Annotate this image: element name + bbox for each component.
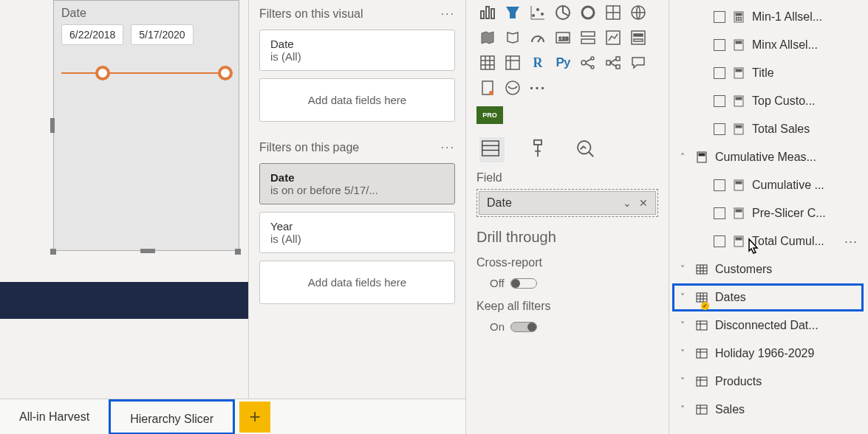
chevron-down-icon[interactable]: ⌄ xyxy=(623,197,632,209)
viz-pie-icon[interactable] xyxy=(552,1,574,24)
resize-handle[interactable] xyxy=(235,249,241,255)
checkbox[interactable] xyxy=(714,123,725,135)
chevron-down-icon[interactable]: ˅ xyxy=(677,320,688,331)
chevron-down-icon[interactable]: ˅ xyxy=(677,264,688,275)
viz-filled-map-icon[interactable] xyxy=(476,27,499,49)
filters-page-header: Filters on this page xyxy=(259,141,359,154)
table-icon xyxy=(696,376,708,388)
field-title[interactable]: Title xyxy=(677,59,864,87)
measure-icon xyxy=(733,207,745,219)
tab-all-in-harvest[interactable]: All-in Harvest xyxy=(0,399,109,435)
viz-map-icon[interactable] xyxy=(627,1,649,24)
filters-page-more-icon[interactable]: ··· xyxy=(441,141,455,154)
checkbox[interactable] xyxy=(714,235,725,247)
viz-key-influencers-icon[interactable] xyxy=(577,52,599,74)
svg-point-5 xyxy=(536,8,539,11)
slider-thumb-left[interactable] xyxy=(95,66,110,80)
table-customers[interactable]: ˅ Customers xyxy=(677,255,864,283)
chevron-down-icon[interactable]: ˅ xyxy=(677,292,688,303)
field-well[interactable]: Date ⌄ ✕ xyxy=(476,189,658,217)
measure-icon xyxy=(696,151,708,163)
viz-gauge-icon[interactable] xyxy=(527,27,549,49)
field-minx[interactable]: Minx Allsel... xyxy=(677,31,864,59)
checkbox[interactable] xyxy=(714,207,725,219)
date-start-input[interactable]: 6/22/2018 xyxy=(61,24,123,45)
drill-through-heading: Drill through xyxy=(476,229,658,246)
viz-donut-icon[interactable] xyxy=(577,1,599,24)
fields-tab-icon[interactable] xyxy=(479,137,505,162)
resize-handle[interactable] xyxy=(50,118,55,133)
viz-r-script-icon[interactable]: R xyxy=(527,52,549,74)
pro-visual-badge[interactable]: PRO xyxy=(476,106,503,124)
viz-card-icon[interactable]: 123 xyxy=(552,27,574,49)
measure-icon xyxy=(733,11,745,23)
svg-rect-69 xyxy=(736,182,742,184)
viz-arcgis-icon[interactable] xyxy=(502,77,524,99)
table-disconnected[interactable]: ˅ Disconnected Dat... xyxy=(677,311,864,340)
viz-qna-icon[interactable] xyxy=(627,52,649,74)
checkbox[interactable] xyxy=(714,11,725,23)
checkbox[interactable] xyxy=(714,67,725,79)
viz-kpi-icon[interactable] xyxy=(602,27,624,49)
viz-python-icon[interactable]: Py xyxy=(552,52,574,74)
viz-more-icon[interactable]: ··· xyxy=(527,77,549,99)
viz-treemap-icon[interactable] xyxy=(602,1,624,24)
filter-card-year-page[interactable]: Year is (All) xyxy=(259,212,455,253)
field-total-cumul[interactable]: Total Cumul... ··· xyxy=(677,227,864,255)
viz-clustered-column-icon[interactable] xyxy=(476,1,499,24)
keep-filters-toggle[interactable]: On xyxy=(490,320,658,333)
viz-shape-map-icon[interactable] xyxy=(502,27,524,49)
filters-visual-more-icon[interactable]: ··· xyxy=(441,7,455,21)
svg-rect-19 xyxy=(632,31,645,44)
filter-drop-visual[interactable]: Add data fields here xyxy=(259,78,455,122)
analytics-tab-icon[interactable] xyxy=(574,137,599,162)
resize-handle[interactable] xyxy=(50,249,56,255)
viz-multirow-card-icon[interactable] xyxy=(577,27,599,49)
filter-card-date-page[interactable]: Date is on or before 5/17/... xyxy=(259,163,455,204)
tab-hierarchy-slicer[interactable]: Hierarchy Slicer xyxy=(109,399,235,435)
table-dates[interactable]: ˅ ✓ Dates xyxy=(672,283,864,311)
checkbox[interactable] xyxy=(714,179,725,191)
viz-matrix-icon[interactable] xyxy=(502,52,524,74)
slider-thumb-right[interactable] xyxy=(218,66,233,80)
field-cumulative[interactable]: Cumulative ... xyxy=(677,171,864,199)
filter-card-date-visual[interactable]: Date is (All) xyxy=(259,30,455,71)
filters-pane: Filters on this visual ··· Date is (All)… xyxy=(248,0,465,399)
cursor-pointer-icon xyxy=(743,238,761,263)
viz-paginated-icon[interactable] xyxy=(476,77,499,99)
resize-handle[interactable] xyxy=(140,249,155,253)
field-min1[interactable]: Min-1 Allsel... xyxy=(677,3,864,31)
table-cumulative-meas[interactable]: ˄ Cumulative Meas... xyxy=(677,143,864,171)
table-products[interactable]: ˅ Products xyxy=(677,368,864,396)
filter-drop-page[interactable]: Add data fields here xyxy=(259,261,455,304)
cross-report-toggle[interactable]: Off xyxy=(490,277,658,289)
table-holiday[interactable]: ˅ Holiday 1966-2029 xyxy=(677,340,864,368)
field-pre-slicer[interactable]: Pre-Slicer C... xyxy=(677,199,864,227)
slicer-visual[interactable]: Date 6/22/2018 5/17/2020 xyxy=(53,0,239,251)
chevron-down-icon[interactable]: ˅ xyxy=(677,404,688,415)
format-tab-icon[interactable] xyxy=(527,137,552,162)
field-top-custo[interactable]: Top Custo... xyxy=(677,87,864,115)
chevron-down-icon[interactable]: ˅ xyxy=(677,376,688,387)
date-end-input[interactable]: 5/17/2020 xyxy=(131,24,193,45)
chevron-up-icon[interactable]: ˄ xyxy=(677,152,688,162)
field-chip-date[interactable]: Date ⌄ ✕ xyxy=(479,191,656,215)
viz-table-icon[interactable] xyxy=(476,52,499,74)
field-total-sales[interactable]: Total Sales xyxy=(677,115,864,143)
viz-scatter-icon[interactable] xyxy=(527,1,549,24)
checkbox[interactable] xyxy=(714,39,725,51)
measure-icon xyxy=(733,95,745,107)
date-slider[interactable] xyxy=(61,66,231,80)
visual-type-grid: 123 R Py ··· xyxy=(476,0,658,99)
remove-field-icon[interactable]: ✕ xyxy=(639,197,648,209)
field-more-icon[interactable]: ··· xyxy=(844,234,858,249)
svg-rect-43 xyxy=(482,141,499,156)
viz-funnel-icon[interactable] xyxy=(502,1,524,24)
viz-slicer-icon[interactable] xyxy=(627,27,649,49)
viz-decomposition-icon[interactable] xyxy=(602,52,624,74)
chevron-down-icon[interactable]: ˅ xyxy=(677,348,688,359)
add-page-button[interactable]: + xyxy=(239,402,270,433)
svg-point-56 xyxy=(738,19,739,21)
checkbox[interactable] xyxy=(714,95,725,107)
table-sales[interactable]: ˅ Sales xyxy=(677,396,864,424)
